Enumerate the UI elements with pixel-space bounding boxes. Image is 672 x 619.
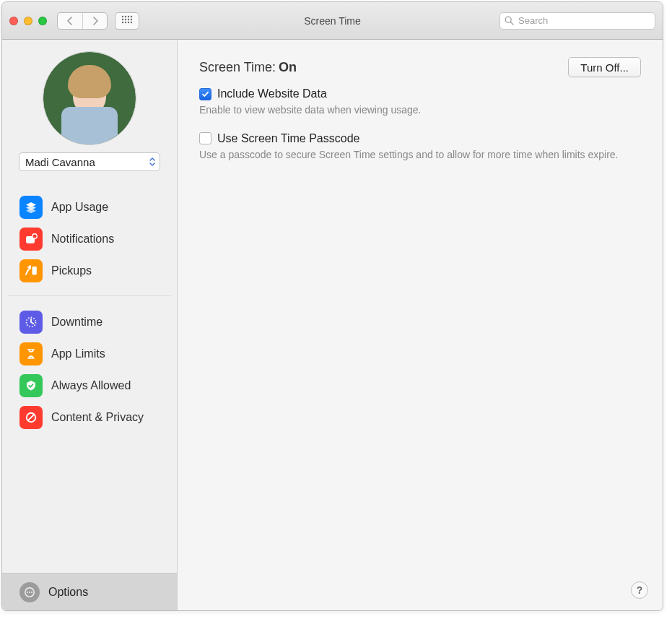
turn-off-button[interactable]: Turn Off... <box>568 57 641 77</box>
sidebar-item-content-privacy[interactable]: Content & Privacy <box>8 402 171 433</box>
hourglass-icon <box>19 342 43 365</box>
search-field[interactable]: Search <box>499 12 655 30</box>
svg-point-4 <box>122 18 123 20</box>
svg-point-25 <box>29 592 30 593</box>
window-titlebar: Screen Time Search <box>2 2 663 40</box>
help-button[interactable]: ? <box>631 581 648 599</box>
notification-badge-icon <box>19 228 43 251</box>
checkbox-row-include-website[interactable]: Include Website Data <box>199 87 641 100</box>
setting-title: Use Screen Time Passcode <box>217 132 359 145</box>
status-label: Screen Time: <box>199 60 276 75</box>
setting-description: Enable to view website data when viewing… <box>199 103 641 118</box>
svg-point-2 <box>128 15 129 17</box>
help-button-label: ? <box>637 584 643 596</box>
window-controls <box>9 17 47 25</box>
search-placeholder: Search <box>518 15 548 26</box>
window-body: Madi Cavanna App Usage <box>2 40 663 610</box>
no-entry-icon <box>19 406 43 429</box>
layers-icon <box>19 196 43 219</box>
setting-title: Include Website Data <box>217 87 327 100</box>
search-icon <box>505 16 514 25</box>
chevron-up-down-icon <box>148 156 157 168</box>
sidebar-section-limits: Downtime App Limits Always Allowed <box>8 295 171 438</box>
svg-point-11 <box>131 21 132 22</box>
forward-button[interactable] <box>82 13 107 29</box>
sidebar: Madi Cavanna App Usage <box>2 40 178 610</box>
grid-icon <box>121 15 133 27</box>
sidebar-item-app-usage[interactable]: App Usage <box>8 191 171 223</box>
turn-off-button-label: Turn Off... <box>580 61 629 74</box>
sidebar-item-label: App Limits <box>51 347 105 360</box>
minimize-window-button[interactable] <box>24 17 32 25</box>
user-select[interactable]: Madi Cavanna <box>19 152 160 171</box>
checkbox-include-website[interactable] <box>199 88 211 100</box>
sidebar-item-downtime[interactable]: Downtime <box>8 306 171 338</box>
svg-line-22 <box>28 415 35 421</box>
screen-time-window: Screen Time Search Madi Cavanna <box>1 1 663 611</box>
svg-point-10 <box>128 21 129 22</box>
chevron-left-icon <box>66 17 74 25</box>
sidebar-item-pickups[interactable]: Pickups <box>8 255 171 287</box>
sidebar-nav: App Usage Notifications Pickups <box>2 177 177 438</box>
sidebar-item-label: Always Allowed <box>51 379 131 392</box>
sidebar-item-label: Downtime <box>51 316 102 329</box>
svg-point-26 <box>31 592 32 593</box>
svg-point-5 <box>125 18 126 20</box>
checkbox-passcode[interactable] <box>199 132 211 144</box>
sidebar-item-label: Notifications <box>51 233 114 246</box>
sidebar-item-app-limits[interactable]: App Limits <box>8 338 171 370</box>
setting-include-website-data: Include Website Data Enable to view webs… <box>199 87 641 118</box>
sidebar-item-options[interactable]: Options <box>2 573 177 610</box>
svg-point-6 <box>128 18 129 20</box>
setting-passcode: Use Screen Time Passcode Use a passcode … <box>199 132 641 163</box>
svg-point-3 <box>131 15 132 17</box>
checkbox-row-passcode[interactable]: Use Screen Time Passcode <box>199 132 641 145</box>
sidebar-item-label: Content & Privacy <box>51 411 144 424</box>
sidebar-section-usage: App Usage Notifications Pickups <box>8 187 171 291</box>
sidebar-item-always-allowed[interactable]: Always Allowed <box>8 370 171 402</box>
svg-point-0 <box>122 15 123 17</box>
profile-section: Madi Cavanna <box>2 40 177 177</box>
back-button[interactable] <box>58 13 82 29</box>
status-value: On <box>279 60 297 75</box>
main-content: Screen Time: On Turn Off... Include Webs… <box>178 40 663 610</box>
sidebar-item-label: Options <box>48 586 88 599</box>
status-row: Screen Time: On Turn Off... <box>199 57 641 77</box>
svg-point-24 <box>27 592 28 593</box>
sidebar-item-notifications[interactable]: Notifications <box>8 223 171 255</box>
setting-description: Use a passcode to secure Screen Time set… <box>199 148 641 163</box>
show-all-prefs-button[interactable] <box>115 12 139 30</box>
window-title: Screen Time <box>304 15 361 27</box>
close-window-button[interactable] <box>9 17 18 25</box>
svg-rect-19 <box>32 267 37 275</box>
ellipsis-circle-icon <box>19 582 40 602</box>
svg-point-1 <box>125 15 126 17</box>
svg-point-9 <box>125 21 126 22</box>
user-select-label: Madi Cavanna <box>25 156 95 168</box>
sidebar-item-label: Pickups <box>51 264 92 277</box>
clock-icon <box>19 311 43 334</box>
zoom-window-button[interactable] <box>38 17 47 25</box>
svg-point-8 <box>122 21 123 22</box>
sidebar-item-label: App Usage <box>51 201 108 214</box>
check-mark-icon <box>19 374 43 397</box>
svg-line-13 <box>510 22 513 25</box>
nav-button-group <box>57 12 108 30</box>
avatar <box>43 51 136 145</box>
chevron-right-icon <box>92 17 99 25</box>
svg-point-7 <box>131 18 132 20</box>
phone-pickup-icon <box>19 259 43 282</box>
svg-point-18 <box>32 234 37 238</box>
svg-marker-16 <box>26 208 36 213</box>
